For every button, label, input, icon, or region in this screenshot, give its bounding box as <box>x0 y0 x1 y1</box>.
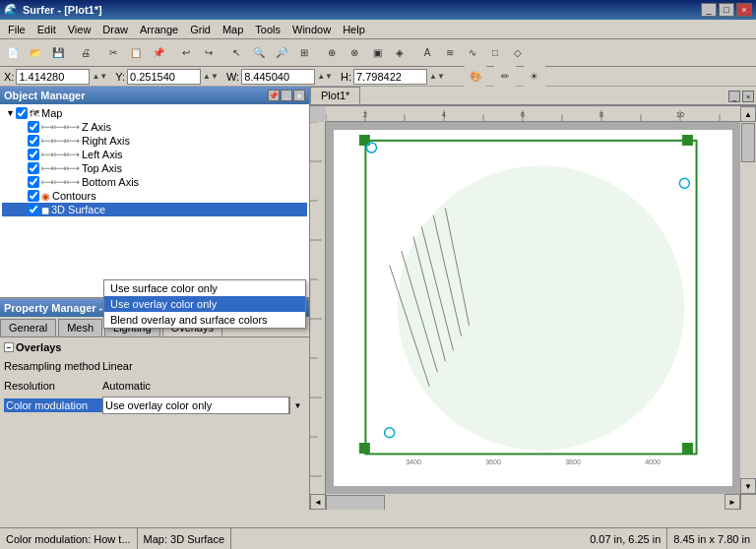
w-arrow[interactable]: ▲▼ <box>317 72 333 81</box>
scroll-thumb-v[interactable] <box>741 123 755 162</box>
plot1-tab[interactable]: Plot1* <box>310 87 360 104</box>
menu-help[interactable]: Help <box>337 22 371 37</box>
section-collapse-btn[interactable]: − <box>4 342 14 352</box>
float-button[interactable]: _ <box>281 90 292 101</box>
cut-button[interactable]: ✂ <box>102 41 124 63</box>
tree-item-left-axis[interactable]: ⟼⟼⟼ Left Axis <box>2 148 307 161</box>
print-button[interactable]: 🖨 <box>75 41 96 63</box>
h-input[interactable] <box>353 69 427 85</box>
tab-general[interactable]: General <box>0 319 56 336</box>
scroll-up-button[interactable]: ▲ <box>740 106 756 122</box>
3d-surface-checkbox[interactable] <box>28 204 39 215</box>
menu-view[interactable]: View <box>62 22 97 37</box>
option-surface-color[interactable]: Use surface color only <box>104 280 305 296</box>
canvas-area: 2 4 6 8 10 <box>310 106 756 510</box>
y-input[interactable] <box>127 69 201 85</box>
menu-arrange[interactable]: Arrange <box>134 22 184 37</box>
status-text-1: Color modulation: How t... <box>6 533 131 545</box>
sunlight-btn[interactable]: ☀ <box>524 66 545 88</box>
zoom-out-button[interactable]: 🔎 <box>271 41 292 63</box>
resampling-label: Resampling method <box>4 360 102 372</box>
status-section-4: 0.07 in, 6.25 in <box>584 528 667 549</box>
tree-item-right-axis-label: Right Axis <box>82 135 130 147</box>
redo-button[interactable]: ↪ <box>198 41 220 63</box>
h-arrow[interactable]: ▲▼ <box>429 72 445 81</box>
tree-item-3d-surface[interactable]: ◼ 3D Surface <box>2 203 307 216</box>
plot-close-button[interactable]: × <box>742 91 754 102</box>
tb-btn-8[interactable]: ◈ <box>389 41 410 63</box>
tree-item-map[interactable]: ▼ 🗺 Map <box>2 106 307 120</box>
zoom-in-button[interactable]: 🔍 <box>248 41 270 63</box>
left-axis-checkbox[interactable] <box>28 149 39 160</box>
status-section-2: Map: 3D Surface <box>138 528 232 549</box>
tb-btn-13[interactable]: ◇ <box>507 41 529 63</box>
option-blend-colors[interactable]: Blend overlay and surface colors <box>104 312 305 328</box>
menu-tools[interactable]: Tools <box>249 22 286 37</box>
x-arrow[interactable]: ▲▼ <box>92 72 107 81</box>
menu-map[interactable]: Map <box>217 22 249 37</box>
tree-item-3d-surface-label: 3D Surface <box>51 204 105 215</box>
menu-grid[interactable]: Grid <box>184 22 217 37</box>
color-line-btn[interactable]: ✏ <box>494 66 516 88</box>
tb-btn-7[interactable]: ▣ <box>366 41 388 63</box>
resampling-row: Resampling method Linear <box>4 357 305 375</box>
tab-mesh[interactable]: Mesh <box>58 319 102 336</box>
tb-btn-10[interactable]: ≋ <box>439 41 461 63</box>
close-button[interactable]: × <box>736 3 752 17</box>
tree-item-contours[interactable]: ◉ Contours <box>2 189 307 203</box>
plot-float-button[interactable]: _ <box>728 91 740 102</box>
option-overlay-color[interactable]: Use overlay color only <box>104 296 305 312</box>
scroll-thumb-h[interactable] <box>326 495 385 510</box>
status-bar: Color modulation: How t... Map: 3D Surfa… <box>0 527 756 549</box>
resolution-value: Automatic <box>102 380 305 392</box>
restore-button[interactable]: □ <box>719 3 734 17</box>
copy-button[interactable]: 📋 <box>125 41 147 63</box>
tb-btn-11[interactable]: ∿ <box>462 41 483 63</box>
svg-point-33 <box>366 143 376 152</box>
y-arrow[interactable]: ▲▼ <box>203 72 219 81</box>
z-axis-checkbox[interactable] <box>28 121 39 133</box>
menu-window[interactable]: Window <box>286 22 337 37</box>
menu-file[interactable]: File <box>2 22 32 37</box>
property-content: − Overlays Resampling method Linear Reso… <box>0 337 309 420</box>
resolution-label: Resolution <box>4 380 102 392</box>
contours-checkbox[interactable] <box>28 190 39 202</box>
w-input[interactable] <box>241 69 315 85</box>
tb-btn-5[interactable]: ⊕ <box>321 41 343 63</box>
zoom-fit-button[interactable]: ⊞ <box>293 41 315 63</box>
open-button[interactable]: 📂 <box>25 41 46 63</box>
menu-draw[interactable]: Draw <box>96 22 134 37</box>
plot-area-container: Plot1* _ × <box>310 87 756 510</box>
bottom-axis-checkbox[interactable] <box>28 176 39 188</box>
x-input[interactable] <box>16 69 90 85</box>
paste-button[interactable]: 📌 <box>148 41 169 63</box>
tree-item-z-axis[interactable]: ⟼⟼⟼ Z Axis <box>2 120 307 134</box>
tb-btn-6[interactable]: ⊗ <box>344 41 365 63</box>
h-coord: H: ▲▼ <box>341 69 445 85</box>
pin-button[interactable]: 📌 <box>268 90 280 101</box>
tree-item-top-axis[interactable]: ⟼⟼⟼ Top Axis <box>2 161 307 175</box>
scroll-down-button[interactable]: ▼ <box>740 478 756 494</box>
scroll-right-button[interactable]: ► <box>724 494 740 510</box>
new-button[interactable]: 📄 <box>2 41 24 63</box>
save-button[interactable]: 💾 <box>47 41 69 63</box>
map-checkbox[interactable] <box>16 107 28 119</box>
menu-edit[interactable]: Edit <box>32 22 62 37</box>
top-axis-checkbox[interactable] <box>28 162 39 174</box>
undo-button[interactable]: ↩ <box>175 41 197 63</box>
minimize-button[interactable]: _ <box>701 3 717 17</box>
color-modulation-dropdown[interactable]: Use overlay color only <box>102 396 289 414</box>
select-button[interactable]: ↖ <box>225 41 247 63</box>
close-panel-button[interactable]: × <box>293 90 305 101</box>
color-fill-btn[interactable]: 🎨 <box>465 66 486 88</box>
tree-item-left-axis-label: Left Axis <box>82 149 123 160</box>
tree-item-right-axis[interactable]: ⟼⟼⟼ Right Axis <box>2 134 307 148</box>
svg-text:3800: 3800 <box>565 458 581 465</box>
tb-btn-12[interactable]: □ <box>484 41 506 63</box>
tree-item-bottom-axis[interactable]: ⟼⟼⟼ Bottom Axis <box>2 175 307 189</box>
right-axis-checkbox[interactable] <box>28 135 39 147</box>
scroll-left-button[interactable]: ◄ <box>310 494 326 510</box>
map-svg: 3400 3600 3800 4000 <box>334 130 732 486</box>
dropdown-arrow-icon[interactable]: ▼ <box>289 396 305 414</box>
tb-btn-9[interactable]: A <box>416 41 438 63</box>
